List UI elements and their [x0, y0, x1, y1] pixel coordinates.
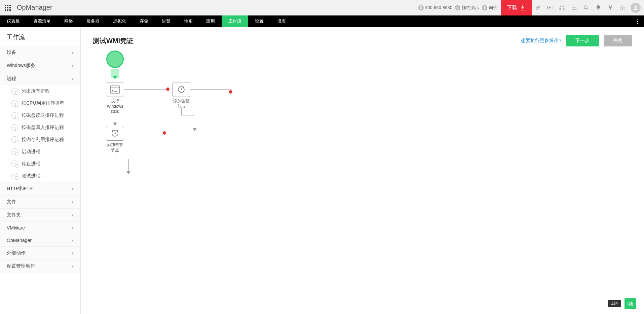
- process-icon: ∿: [11, 136, 18, 143]
- nav-workflow[interactable]: 工作流: [222, 15, 248, 27]
- phone-link[interactable]: ✆ 400-660-8680: [418, 5, 452, 10]
- svg-rect-8: [9, 9, 11, 11]
- chevron-down-icon: ▾: [72, 50, 74, 55]
- sidebar-group-header-opmanager[interactable]: OpManager▾: [0, 234, 80, 246]
- connector-line: [190, 89, 231, 90]
- screen-icon[interactable]: [544, 0, 556, 15]
- connector-line: [195, 115, 195, 129]
- svg-point-9: [538, 7, 538, 7]
- sidebar-group-header-processes[interactable]: 进程▴: [0, 72, 80, 85]
- sidebar-group-header-devices[interactable]: 设备▾: [0, 46, 80, 59]
- workflow-node-exec-script[interactable]: 执行 Windows 脚本: [104, 82, 126, 115]
- chevron-up-icon: ▴: [72, 77, 74, 81]
- process-icon: ∿: [11, 88, 18, 95]
- rocket-icon[interactable]: [532, 0, 544, 15]
- sidebar-group-winservices: Windows服务▾: [0, 59, 80, 72]
- nav-dashboard[interactable]: 仪表板: [0, 15, 27, 27]
- apps-grid-icon[interactable]: [0, 5, 15, 11]
- svg-rect-12: [563, 8, 564, 10]
- sidebar-item-memory-sort[interactable]: ∿按内存利用排序进程: [0, 134, 80, 146]
- svg-point-15: [622, 7, 623, 8]
- sidebar-item-diskwrite-sort[interactable]: ∿按磁盘写入排序进程: [0, 121, 80, 134]
- nav-storage[interactable]: 存储: [133, 15, 155, 27]
- process-icon: ∿: [11, 173, 18, 179]
- sidebar-group-httpftp: HTTP和FTP▾: [0, 182, 80, 196]
- footer-badges: 124: [608, 298, 636, 309]
- download-button[interactable]: 下载: [501, 0, 532, 15]
- workflow-canvas[interactable]: 执行 Windows 脚本 添加告警 节点: [93, 50, 632, 252]
- terminal-icon: [106, 82, 124, 97]
- count-badge[interactable]: 124: [608, 300, 621, 307]
- sidebar-item-stop-process[interactable]: ∿停止进程: [0, 158, 80, 170]
- close-button[interactable]: 关闭: [604, 35, 632, 46]
- brand-title: OpManager: [15, 4, 52, 11]
- nav-settings[interactable]: 设置: [248, 15, 270, 27]
- sidebar-group-header-folders[interactable]: 文件夹▾: [0, 209, 80, 221]
- nav-apps[interactable]: 应用: [199, 15, 222, 27]
- nav-overflow-icon[interactable]: ⋮: [635, 15, 641, 27]
- nav-alarms[interactable]: 告警: [155, 15, 177, 27]
- main-nav: 仪表板 资源清单 网络 服务器 虚拟化 存储 告警 地图 应用 工作流 设置 报…: [0, 15, 644, 27]
- content-header: 测试WMI凭证 想要执行更多操作? 下一步 关闭: [93, 35, 632, 46]
- gift-icon[interactable]: [568, 0, 580, 15]
- workflow-node-add-alarm-1[interactable]: 添加告警 节点: [170, 82, 192, 109]
- svg-rect-24: [628, 302, 632, 305]
- sidebar-group-header-files[interactable]: 文件▾: [0, 196, 80, 208]
- sidebar-item-test-process[interactable]: ∿测试进程: [0, 170, 80, 182]
- plug-icon[interactable]: [604, 0, 616, 15]
- bell-icon[interactable]: [592, 0, 604, 15]
- demo-label: 预约演示: [462, 5, 479, 11]
- headset-icon[interactable]: [556, 0, 568, 15]
- nav-reports[interactable]: 报表: [270, 15, 293, 27]
- nav-network[interactable]: 网络: [58, 15, 80, 27]
- user-avatar[interactable]: [631, 3, 641, 13]
- workflow-start-node[interactable]: [106, 50, 124, 68]
- svg-rect-25: [629, 303, 633, 306]
- alarm-icon: [106, 126, 124, 141]
- sidebar-group-external: 外部动作▾: [0, 247, 80, 260]
- next-button[interactable]: 下一步: [566, 35, 599, 46]
- arrow-down-icon: [113, 123, 117, 126]
- svg-point-16: [635, 6, 637, 8]
- svg-rect-1: [7, 5, 8, 6]
- chevron-down-icon: ▾: [72, 187, 74, 191]
- search-icon[interactable]: [580, 0, 592, 15]
- svg-rect-7: [7, 9, 8, 11]
- svg-rect-6: [5, 9, 6, 11]
- sidebar: 工作流 设备▾ Windows服务▾ 进程▴ ∿列出所有进程 ∿按CPU利用排序…: [0, 27, 81, 314]
- sidebar-item-start-process[interactable]: ∿启动进程: [0, 146, 80, 158]
- download-icon: [520, 5, 526, 11]
- gear-icon[interactable]: [616, 0, 629, 15]
- sidebar-group-header-external[interactable]: 外部动作▾: [0, 247, 80, 259]
- inquiry-link[interactable]: $ 询价: [482, 5, 497, 11]
- nav-servers[interactable]: 服务器: [80, 15, 106, 27]
- connector-fail-dot[interactable]: [229, 90, 232, 94]
- sidebar-group-header-httpftp[interactable]: HTTP和FTP▾: [0, 182, 80, 195]
- connector-fail-dot[interactable]: [163, 131, 166, 135]
- workflow-node-label: 添加告警 节点: [104, 142, 126, 153]
- sidebar-item-cpu-sort[interactable]: ∿按CPU利用排序进程: [0, 97, 80, 109]
- content-pane: 测试WMI凭证 想要执行更多操作? 下一步 关闭 执行 Windows: [81, 27, 644, 314]
- workflow-node-add-alarm-2[interactable]: 添加告警 节点: [104, 126, 126, 153]
- sidebar-group-header-vmware[interactable]: VMWare▾: [0, 222, 80, 234]
- overlay-toggle-button[interactable]: [624, 298, 636, 309]
- connector-line: [124, 89, 168, 90]
- nav-maps[interactable]: 地图: [177, 15, 199, 27]
- nav-inventory[interactable]: 资源清单: [27, 15, 58, 27]
- sidebar-group-config: 配置管理动作▾: [0, 260, 80, 273]
- page-title: 测试WMI凭证: [93, 36, 134, 45]
- demo-link[interactable]: ◷ 预约演示: [455, 5, 479, 11]
- more-actions-link[interactable]: 想要执行更多操作?: [521, 38, 561, 44]
- arrow-down-icon: [113, 76, 117, 79]
- connector-line: [115, 152, 115, 159]
- chevron-down-icon: ▾: [72, 251, 74, 255]
- sidebar-group-header-config[interactable]: 配置管理动作▾: [0, 260, 80, 273]
- connector-fail-dot[interactable]: [166, 88, 169, 91]
- sidebar-group-devices: 设备▾: [0, 46, 80, 59]
- arrow-down-icon: [193, 128, 197, 131]
- sidebar-item-diskread-sort[interactable]: ∿按磁盘读取排序进程: [0, 109, 80, 121]
- sidebar-group-header-winservices[interactable]: Windows服务▾: [0, 59, 80, 72]
- sidebar-item-list-processes[interactable]: ∿列出所有进程: [0, 85, 80, 97]
- nav-virtualization[interactable]: 虚拟化: [106, 15, 133, 27]
- sidebar-title: 工作流: [0, 27, 80, 46]
